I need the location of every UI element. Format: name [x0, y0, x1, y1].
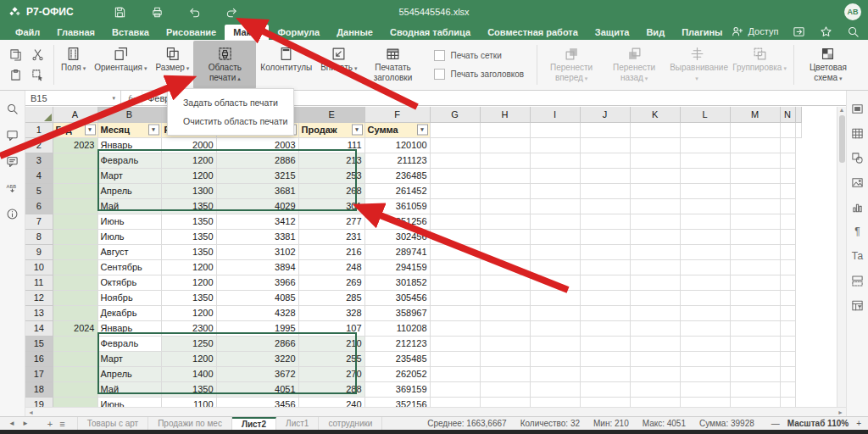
empty-cell[interactable]: [780, 381, 795, 397]
empty-cell[interactable]: [780, 183, 795, 198]
value-cell[interactable]: 1350: [161, 244, 216, 259]
empty-cell[interactable]: [430, 259, 480, 275]
empty-cell[interactable]: [580, 229, 630, 244]
empty-cell[interactable]: [780, 290, 795, 305]
value-cell[interactable]: 1200: [161, 351, 216, 366]
info-button[interactable]: [5, 206, 20, 221]
empty-cell[interactable]: [530, 351, 580, 366]
empty-cell[interactable]: [780, 137, 795, 153]
empty-cell[interactable]: [730, 153, 780, 168]
month-cell[interactable]: Январь: [97, 137, 161, 153]
menu-tab[interactable]: Рисование: [158, 25, 225, 40]
empty-cell[interactable]: [430, 290, 480, 305]
sheet-tab[interactable]: Продажи по мес: [148, 417, 232, 430]
empty-cell[interactable]: [580, 214, 630, 229]
row-header[interactable]: 19: [25, 397, 53, 407]
pivot-filter-button[interactable]: [850, 298, 865, 313]
value-cell[interactable]: 3672: [216, 366, 298, 381]
save-button[interactable]: [113, 4, 128, 19]
empty-cell[interactable]: [680, 320, 730, 336]
menu-tab[interactable]: Совместная работа: [479, 25, 587, 40]
value-cell[interactable]: 111: [298, 137, 364, 153]
empty-cell[interactable]: [730, 336, 780, 351]
sum-cell[interactable]: 301852: [364, 275, 430, 290]
empty-cell[interactable]: [580, 259, 630, 275]
month-cell[interactable]: Июль: [97, 229, 161, 244]
print-headings-checkbox[interactable]: Печать заголовков: [434, 69, 524, 80]
empty-cell[interactable]: [430, 320, 480, 336]
value-cell[interactable]: 3215: [216, 168, 298, 183]
empty-cell[interactable]: [580, 366, 630, 381]
sum-cell[interactable]: 235485: [364, 351, 430, 366]
row-header[interactable]: 15: [25, 336, 53, 351]
menu-tab[interactable]: Главная: [48, 25, 103, 40]
empty-cell[interactable]: [430, 198, 480, 214]
empty-cell[interactable]: [530, 259, 580, 275]
empty-cell[interactable]: [630, 244, 680, 259]
empty-cell[interactable]: [795, 122, 801, 137]
vertical-scrollbar[interactable]: ▲: [837, 107, 846, 407]
empty-cell[interactable]: [480, 183, 530, 198]
year-cell[interactable]: [53, 229, 97, 244]
empty-cell[interactable]: [780, 320, 795, 336]
empty-cell[interactable]: [630, 198, 680, 214]
empty-cell[interactable]: [580, 137, 630, 153]
year-cell[interactable]: [53, 153, 97, 168]
empty-cell[interactable]: [780, 244, 795, 259]
empty-cell[interactable]: [680, 214, 730, 229]
empty-cell[interactable]: [680, 259, 730, 275]
month-cell[interactable]: Апрель: [97, 366, 161, 381]
empty-cell[interactable]: [730, 275, 780, 290]
value-cell[interactable]: 277: [298, 214, 364, 229]
empty-cell[interactable]: [430, 244, 480, 259]
value-cell[interactable]: 3220: [216, 351, 298, 366]
empty-cell[interactable]: [430, 351, 480, 366]
clear-print-area-item[interactable]: Очистить область печати: [168, 112, 293, 131]
spreadsheet-grid[interactable]: ABCDEFGHIJKLMN1Год▾Месяц▾Реклама▾Посетит…: [25, 107, 837, 407]
menu-tab[interactable]: Макет: [225, 25, 269, 40]
empty-cell[interactable]: [780, 259, 795, 275]
value-cell[interactable]: 301: [298, 198, 364, 214]
empty-cell[interactable]: [480, 290, 530, 305]
paragraph-settings-button[interactable]: ¶: [850, 224, 865, 239]
image-settings-button[interactable]: [850, 175, 865, 190]
cut-button[interactable]: [31, 48, 44, 62]
month-cell[interactable]: Июнь: [97, 214, 161, 229]
empty-cell[interactable]: [580, 183, 630, 198]
chat-button[interactable]: [5, 153, 20, 169]
menu-tab[interactable]: Сводная таблица: [381, 25, 479, 40]
year-cell[interactable]: [53, 397, 97, 407]
sheet-prev-icon[interactable]: ◄: [5, 420, 19, 427]
empty-cell[interactable]: [730, 168, 780, 183]
select-all-corner[interactable]: [25, 107, 53, 122]
month-cell[interactable]: Май: [97, 198, 161, 214]
empty-cell[interactable]: [780, 366, 795, 381]
group-button[interactable]: Группировка ▾: [728, 41, 791, 89]
empty-cell[interactable]: [630, 366, 680, 381]
sum-cell[interactable]: 305456: [364, 290, 430, 305]
empty-cell[interactable]: [480, 153, 530, 168]
empty-cell[interactable]: [530, 244, 580, 259]
filter-dropdown-icon[interactable]: ▾: [352, 125, 363, 136]
empty-cell[interactable]: [630, 275, 680, 290]
value-cell[interactable]: 1350: [161, 198, 216, 214]
empty-cell[interactable]: [730, 366, 780, 381]
row-header[interactable]: 12: [25, 290, 53, 305]
empty-cell[interactable]: [680, 183, 730, 198]
value-cell[interactable]: 3456: [216, 397, 298, 407]
table-settings-button[interactable]: [850, 125, 865, 141]
column-header[interactable]: F: [364, 107, 430, 122]
paste-button[interactable]: [8, 69, 22, 82]
empty-cell[interactable]: [630, 168, 680, 183]
value-cell[interactable]: 1350: [161, 229, 216, 244]
value-cell[interactable]: 2866: [216, 336, 298, 351]
empty-cell[interactable]: [530, 198, 580, 214]
row-header[interactable]: 14: [25, 320, 53, 336]
empty-cell[interactable]: [430, 229, 480, 244]
empty-cell[interactable]: [630, 381, 680, 397]
menu-tab[interactable]: Данные: [328, 25, 381, 40]
empty-cell[interactable]: [480, 244, 530, 259]
value-cell[interactable]: 231: [298, 229, 364, 244]
empty-cell[interactable]: [480, 259, 530, 275]
year-cell[interactable]: 2024: [53, 320, 97, 336]
